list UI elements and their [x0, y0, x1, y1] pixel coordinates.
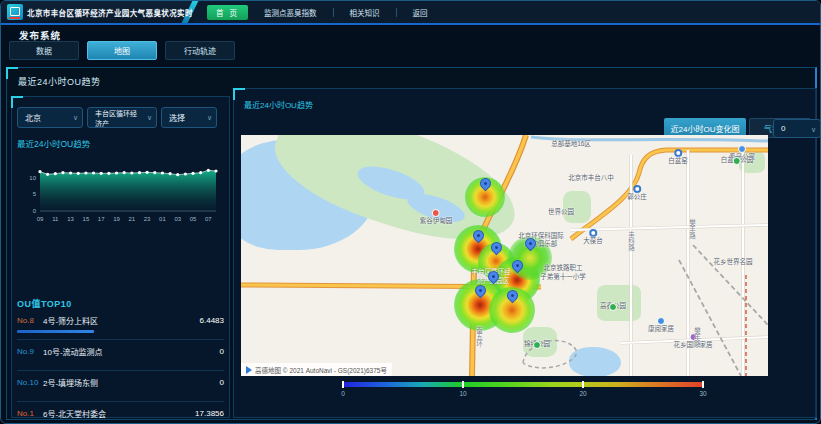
map-panel-title: 最近24小时OU趋势	[244, 99, 313, 110]
tab-0[interactable]: 数据	[9, 41, 79, 60]
map-label-text: 总部基地16区	[551, 141, 591, 148]
top-list-row: No.16号-北天堂村委会17.3856	[17, 408, 224, 419]
filter-selects: 北京∨丰台区循环经济产∨选择∨	[17, 107, 217, 128]
site-name: 10号-流动监测点	[43, 346, 220, 357]
site-name: 4号-筛分上料区	[43, 315, 200, 326]
svg-text:5: 5	[33, 191, 37, 197]
map-label-3: 白盆窑公园	[721, 157, 754, 164]
map-label-text: 世界公园	[548, 209, 574, 216]
ou-value: 17.3856	[195, 409, 224, 418]
svg-text:13: 13	[67, 216, 74, 222]
svg-text:03: 03	[174, 216, 181, 222]
top-list-item-3[interactable]: No.16号-北天堂村委会17.3856	[17, 402, 224, 424]
legend-marker	[702, 381, 704, 388]
map-label-4: 北京市丰台八中	[568, 175, 614, 182]
map-label-text: 子弟第十一小学	[540, 274, 586, 281]
value-bar-track	[17, 361, 224, 364]
top-list-row: No.102号-填埋场东侧0	[17, 377, 224, 388]
select-site-value: 选择	[169, 112, 185, 123]
scenic-poi-icon	[432, 209, 440, 217]
metro-poi-icon	[674, 149, 682, 157]
svg-text:0: 0	[33, 208, 37, 214]
map-label-text: 北京铁路职工	[544, 265, 583, 272]
legend-marker	[342, 381, 344, 388]
map-label-text: 丰科路	[627, 231, 634, 251]
svg-text:15: 15	[83, 216, 90, 222]
ou-trend-area-chart: 0510091113151719212301030507	[16, 149, 222, 237]
map-label-text: 大葆台	[583, 238, 603, 245]
rank-label: No.8	[17, 316, 43, 325]
rank-label: No.1	[17, 409, 43, 418]
legend-tick-label: 10	[459, 390, 466, 397]
nav-item-0[interactable]: 首 页	[207, 5, 248, 20]
map-label-22: 樊羊路	[693, 327, 700, 347]
site-name: 2号-填埋场东侧	[43, 377, 220, 388]
section-title: 最近24小时OU趋势	[18, 75, 101, 88]
legend-tick-label: 0	[341, 390, 345, 397]
map-panel: 最近24小时OU趋势 近24小时OU变化图 气象参数 0 ∨	[233, 88, 817, 418]
legend-tick-label: 20	[579, 390, 586, 397]
map-label-16: 高鑫公园	[600, 303, 626, 310]
svg-text:07: 07	[205, 216, 212, 222]
tab-1[interactable]: 地图	[87, 41, 157, 60]
park-poi-icon	[609, 303, 617, 311]
map-label-text: 樊羊路	[688, 219, 695, 239]
metro-poi-icon	[589, 229, 597, 237]
site-name: 6号-北天堂村委会	[43, 408, 195, 419]
map-label-13: 子弟第十一小学	[540, 274, 586, 281]
nav-item-2[interactable]: 相关知识	[348, 5, 382, 20]
ou-color-legend-bar	[343, 382, 703, 387]
view-tabs: 数据地图行动轨迹	[9, 41, 235, 60]
value-bar	[17, 330, 94, 333]
top-list-item-0[interactable]: No.84号-筛分上料区6.4483	[17, 309, 224, 340]
chevron-down-icon: ∨	[811, 126, 816, 134]
top-bar: 北京市丰台区循环经济产业园大气恶臭状况实时 首 页监测点恶臭指数相关知识返回	[1, 1, 820, 25]
map-canvas[interactable]: 总部基地16区看丹公寓白盆窑白盆窑公园北京市丰台八中郭公庄世界公园紫谷伊甸园北京…	[241, 135, 768, 376]
amap-logo-icon	[246, 366, 252, 374]
top-list-item-2[interactable]: No.102号-填埋场东侧0	[17, 371, 224, 402]
map-label-8: 北京环保科国际	[518, 233, 564, 240]
select-city[interactable]: 北京∨	[17, 107, 83, 128]
map-label-11: 花乡世界名园	[714, 259, 753, 266]
map-label-17: 康阅家居	[648, 317, 674, 333]
svg-text:11: 11	[52, 216, 59, 222]
map-label-19: 锦绣公园	[524, 341, 550, 348]
svg-text:21: 21	[128, 216, 135, 222]
svg-text:10: 10	[29, 175, 36, 181]
left-panel: 北京∨丰台区循环经济产∨选择∨ 最近24小时OU趋势 0510091113151…	[11, 96, 230, 418]
panel-corner-accent	[6, 67, 18, 79]
nav-item-3[interactable]: 返回	[411, 5, 430, 20]
map-label-text: 紫谷伊甸园	[420, 218, 453, 225]
select-park[interactable]: 丰台区循环经济产∨	[87, 107, 157, 128]
map-label-text: 北京市丰台八中	[568, 175, 614, 182]
main-panel: 最近24小时OU趋势 北京∨丰台区循环经济产∨选择∨ 最近24小时OU趋势 05…	[6, 67, 817, 420]
top-list-item-1[interactable]: No.910号-流动监测点0	[17, 340, 224, 371]
dashboard-root: 北京市丰台区循环经济产业园大气恶臭状况实时 首 页监测点恶臭指数相关知识返回 发…	[0, 0, 821, 424]
ou-value: 0	[220, 347, 224, 356]
select-city-value: 北京	[25, 112, 41, 123]
publish-system-label: 发布系统	[19, 28, 61, 42]
top-list-row: No.910号-流动监测点0	[17, 346, 224, 357]
map-label-23: 南五环	[475, 327, 482, 347]
nav-item-1[interactable]: 监测点恶臭指数	[262, 5, 319, 20]
ou-value: 6.4483	[200, 316, 224, 325]
legend-tick-label: 30	[699, 390, 706, 397]
hour-select[interactable]: 0 ∨	[773, 119, 821, 138]
value-bar-track	[17, 330, 224, 333]
tab-2[interactable]: 行动轨迹	[165, 41, 235, 60]
metro-poi-icon	[633, 185, 641, 193]
nav-separator	[333, 8, 334, 17]
rank-label: No.9	[17, 347, 43, 356]
app-title: 北京市丰台区循环经济产业园大气恶臭状况实时	[27, 7, 193, 18]
nav-menu: 首 页监测点恶臭指数相关知识返回	[207, 1, 430, 23]
map-label-5: 郭公庄	[627, 185, 647, 201]
map-label-text: 花乡世界名园	[714, 259, 753, 266]
nav-separator	[396, 8, 397, 17]
map-label-text: 樊羊路	[693, 327, 700, 347]
select-site[interactable]: 选择∨	[161, 107, 217, 128]
map-label-10: 大葆台	[583, 229, 603, 245]
ou-value: 0	[220, 378, 224, 387]
ou-top-list: No.84号-筛分上料区6.4483No.910号-流动监测点0No.102号-…	[17, 309, 224, 424]
svg-text:23: 23	[144, 216, 151, 222]
trend-chart-title: 最近24小时OU趋势	[17, 137, 90, 149]
